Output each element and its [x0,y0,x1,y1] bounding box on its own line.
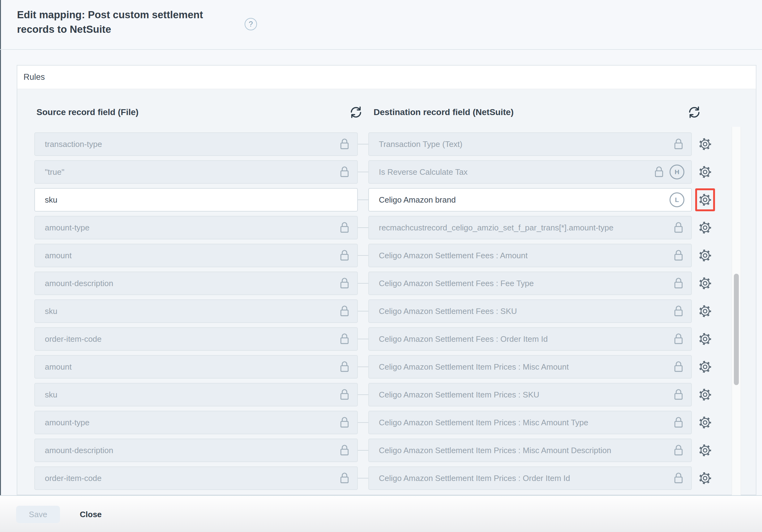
source-field-box[interactable]: amount-type [34,216,358,239]
destination-field-box[interactable]: Celigo Amazon Settlement Item Prices : S… [368,383,692,407]
source-field-value: sku [45,195,57,205]
source-field-box[interactable]: amount [34,355,358,379]
destination-field-box[interactable]: Celigo Amazon Settlement Item Prices : O… [368,466,692,490]
mapping-settings-button[interactable] [695,300,715,323]
connector-line [358,450,368,451]
mapping-row: amount-typerecmachcustrecord_celigo_amzi… [17,216,731,239]
destination-field-value: Celigo Amazon Settlement Item Prices : M… [379,446,611,455]
mapping-settings-button[interactable] [695,355,715,378]
source-field-value: order-item-code [45,474,102,483]
rules-panel-title: Rules [24,72,45,82]
source-field-box[interactable]: order-item-code [34,466,358,490]
source-field-box[interactable]: "true" [34,160,358,184]
source-field-value: order-item-code [45,334,102,344]
destination-field-value: Celigo Amazon brand [379,195,456,205]
help-button[interactable]: ? [245,18,257,30]
source-field-box[interactable]: transaction-type [34,132,358,156]
destination-field-value: Is Reverse Calculate Tax [379,167,468,177]
gear-icon [698,416,712,430]
destination-field-box[interactable]: Celigo Amazon Settlement Item Prices : M… [368,439,692,462]
source-field-box[interactable]: amount-type [34,411,358,434]
destination-field-box[interactable]: Celigo Amazon Settlement Item Prices : M… [368,411,692,434]
destination-field-box[interactable]: Transaction Type (Text) [368,132,692,156]
source-field-box[interactable]: sku [34,299,358,323]
mapping-row: skuCeligo Amazon brandL [17,188,731,211]
close-button[interactable]: Close [78,506,104,523]
lock-icon [339,332,350,346]
destination-field-box[interactable]: Celigo Amazon Settlement Fees : SKU [368,299,692,323]
source-field-value: sku [45,307,57,316]
save-button[interactable]: Save [16,506,60,523]
destination-field-value: Celigo Amazon Settlement Item Prices : M… [379,362,569,372]
destination-field-box[interactable]: recmachcustrecord_celigo_amzio_set_f_par… [368,216,692,239]
connector-line [358,227,368,228]
mapping-settings-button[interactable] [695,244,715,267]
mapping-settings-button[interactable] [695,272,715,295]
destination-field-box[interactable]: Is Reverse Calculate TaxH [368,160,692,184]
destination-field-value: Transaction Type (Text) [379,139,462,149]
mapping-settings-button[interactable] [695,216,715,239]
lock-icon [673,304,684,318]
mapping-settings-button[interactable] [695,383,715,406]
mapping-row: amount-descriptionCeligo Amazon Settleme… [17,271,731,295]
destination-field-value: Celigo Amazon Settlement Item Prices : O… [379,474,570,483]
mapping-settings-button[interactable] [695,439,715,462]
destination-field-value: recmachcustrecord_celigo_amzio_set_f_par… [379,223,614,233]
source-field-value: amount [45,251,72,261]
source-field-box[interactable]: amount-description [34,271,358,295]
mapping-row: order-item-codeCeligo Amazon Settlement … [17,466,731,490]
destination-field-box[interactable]: Celigo Amazon Settlement Fees : Order It… [368,327,692,351]
lock-icon [339,360,350,374]
gear-icon [698,443,712,457]
lock-icon [339,165,350,179]
rows-viewport: transaction-typeTransaction Type (Text)"… [17,127,731,495]
lock-icon [339,443,350,457]
mapping-settings-button[interactable] [695,133,715,156]
lock-icon [673,221,684,234]
source-field-box[interactable]: amount-description [34,439,358,462]
mapping-settings-button[interactable] [695,411,715,434]
mapping-row: "true"Is Reverse Calculate TaxH [17,160,731,184]
mapping-settings-button[interactable] [695,467,715,490]
destination-field-box[interactable]: Celigo Amazon Settlement Fees : Fee Type [368,271,692,295]
mapping-settings-button-highlighted[interactable] [695,189,715,211]
lock-icon [673,249,684,262]
mapping-row: skuCeligo Amazon Settlement Item Prices … [17,383,731,407]
refresh-destination-fields-button[interactable] [687,105,701,119]
destination-field-box[interactable]: Celigo Amazon brandL [368,188,692,211]
source-field-box[interactable]: sku [34,188,358,211]
mapping-row: skuCeligo Amazon Settlement Fees : SKU [17,299,731,323]
source-field-box[interactable]: amount [34,244,358,267]
mapping-row: amountCeligo Amazon Settlement Fees : Am… [17,244,731,267]
lock-icon [673,332,684,346]
source-column-header: Source record field (File) [37,106,138,118]
source-field-value: amount-description [45,279,113,288]
gear-icon [698,137,712,151]
source-field-box[interactable]: sku [34,383,358,407]
destination-field-box[interactable]: Celigo Amazon Settlement Fees : Amount [368,244,692,267]
scrollbar-thumb[interactable] [734,274,739,385]
destination-field-value: Celigo Amazon Settlement Fees : Fee Type [379,279,534,288]
gear-icon [698,471,712,485]
destination-field-box[interactable]: Celigo Amazon Settlement Item Prices : M… [368,355,692,379]
connector-line [358,199,368,200]
gear-icon [698,360,712,374]
header-divider [0,49,762,50]
rules-panel-header: Rules [17,65,756,89]
gear-icon [698,388,712,402]
source-field-value: amount [45,362,72,372]
destination-field-value: Celigo Amazon Settlement Fees : Amount [379,251,528,261]
lock-icon [339,388,350,402]
refresh-source-fields-button[interactable] [349,105,363,119]
lock-icon [673,443,684,457]
source-field-box[interactable]: order-item-code [34,327,358,351]
connector-line [358,339,368,339]
mapping-settings-button[interactable] [695,328,715,350]
destination-field-value: Celigo Amazon Settlement Item Prices : S… [379,390,539,400]
lock-icon [339,221,350,234]
question-mark-icon: ? [249,20,253,29]
mapping-settings-button[interactable] [695,161,715,184]
scrollbar-track[interactable] [732,127,741,495]
lock-icon [673,416,684,429]
lock-icon [339,249,350,262]
